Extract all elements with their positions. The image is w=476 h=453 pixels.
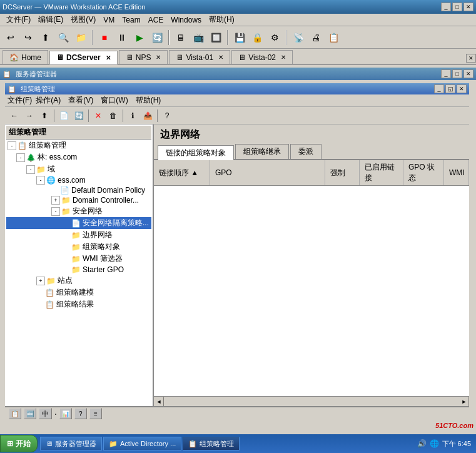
status-icon-3[interactable]: 📊 (59, 408, 72, 419)
status-lang[interactable]: 中 (39, 408, 52, 419)
tab-dcserver[interactable]: 🖥 DCServer ✕ (49, 51, 118, 64)
tray-volume-icon[interactable]: 🔊 (417, 439, 427, 449)
gpm-btn-prop[interactable]: ℹ (126, 109, 139, 123)
expand-5[interactable]: + (51, 196, 60, 205)
tree-item-gpobj[interactable]: 📁 组策略对象 (6, 241, 151, 253)
taskbar-server-manager[interactable]: 🖥 服务器管理器 (40, 437, 102, 450)
gpm-btn-show[interactable]: 📄 (57, 109, 71, 123)
status-icon-2[interactable]: 🔤 (24, 408, 36, 419)
expand-6[interactable]: - (51, 207, 60, 216)
gpm-btn-back[interactable]: ← (8, 109, 21, 123)
tree-item-safenet-policy[interactable]: 📄 安全网络隔离策略... (6, 217, 151, 229)
tray-network-icon[interactable]: 🌐 (430, 439, 440, 449)
menu-ace[interactable]: ACE (144, 15, 168, 25)
gpm-btn-forward[interactable]: → (23, 109, 36, 123)
tab-vista02[interactable]: 🖥 Vista-02 ✕ (231, 50, 293, 64)
tree-item-essom[interactable]: - 🌐 ess.com (6, 175, 151, 185)
toolbar-btn-9[interactable]: 💾 (231, 29, 248, 46)
status-icon-4[interactable]: ? (74, 408, 87, 419)
gpm-restore[interactable]: ◱ (445, 84, 455, 93)
tree-item-dc[interactable]: + 📁 Domain Controller... (6, 195, 151, 205)
server-manager-close[interactable]: ✕ (463, 69, 473, 78)
tree-item-border[interactable]: 📁 边界网络 (6, 229, 151, 241)
menu-team[interactable]: Team (118, 15, 144, 25)
toolbar-btn-13[interactable]: 🖨 (308, 29, 324, 46)
scroll-right-btn[interactable]: ► (459, 397, 469, 407)
gpm-btn-export[interactable]: 📤 (141, 109, 154, 123)
scrollbar-area[interactable]: ◄ ► (154, 396, 469, 406)
gpm-btn-refresh[interactable]: 🔄 (72, 109, 86, 123)
col-link-order[interactable]: 链接顺序 ▲ (154, 160, 210, 185)
tab-nps[interactable]: 🖥 NPS ✕ (119, 50, 168, 64)
tab-dcserver-close[interactable]: ✕ (106, 54, 111, 61)
gpm-btn-x[interactable]: ✕ (91, 109, 105, 123)
scroll-left-btn[interactable]: ◄ (154, 397, 164, 407)
toolbar-pause[interactable]: ⏸ (114, 29, 130, 46)
toolbar-btn-10[interactable]: 🔒 (249, 29, 265, 46)
tree-item-gpresult[interactable]: 📋 组策略结果 (6, 298, 151, 310)
tree-item-sites[interactable]: + 📁 站点 (6, 275, 151, 287)
tree-item-starter[interactable]: 📁 Starter GPO (6, 265, 151, 275)
col-gpo[interactable]: GPO (210, 160, 325, 185)
tab-vista01[interactable]: 🖥 Vista-01 ✕ (169, 50, 230, 64)
menu-help[interactable]: 帮助(H) (205, 14, 238, 26)
server-manager-maximize[interactable]: □ (452, 69, 462, 78)
menu-vm[interactable]: VM (99, 15, 118, 25)
expand-2[interactable]: - (26, 165, 35, 174)
gpm-menu-window[interactable]: 窗口(W) (97, 95, 131, 106)
toolbar-refresh[interactable]: 🔄 (149, 29, 165, 46)
taskbar-gpm[interactable]: 📋 组策略管理 (183, 437, 240, 450)
toolbar-play[interactable]: ▶ (131, 29, 148, 46)
gpm-close[interactable]: ✕ (457, 84, 467, 93)
tree-item-wmi[interactable]: 📁 WMI 筛选器 (6, 253, 151, 265)
menu-file[interactable]: 文件(F) (3, 14, 34, 26)
tab-home[interactable]: 🏠 Home (3, 50, 48, 64)
tree-item-gpmodel[interactable]: 📋 组策略建模 (6, 287, 151, 298)
toolbar-btn-14[interactable]: 📋 (325, 29, 342, 46)
toolbar-btn-2[interactable]: ↪ (20, 29, 36, 46)
tree-item-gpm[interactable]: - 📋 组策略管理 (6, 140, 151, 151)
toolbar-btn-3[interactable]: ⬆ (38, 29, 54, 46)
start-button[interactable]: ⊞ 开始 (0, 435, 38, 452)
server-manager-minimize[interactable]: _ (441, 69, 451, 78)
toolbar-btn-11[interactable]: ⚙ (266, 29, 283, 46)
col-enabled[interactable]: 已启用链接 (360, 160, 403, 185)
tab-nps-close[interactable]: ✕ (156, 54, 161, 61)
gpm-menu-file[interactable]: 文件(F) (8, 95, 32, 106)
tab-delegate[interactable]: 委派 (290, 144, 322, 159)
tab-linked-gpo[interactable]: 链接的组策略对象 (158, 145, 234, 160)
gpm-btn-delete[interactable]: 🗑 (106, 109, 120, 123)
close-button[interactable]: ✕ (463, 3, 473, 11)
menu-edit[interactable]: 编辑(E) (34, 14, 67, 26)
toolbar-btn-6[interactable]: 🖥 (173, 29, 189, 46)
gpm-btn-help[interactable]: ? (160, 109, 174, 123)
toolbar-btn-1[interactable]: ↩ (3, 29, 19, 46)
h-scrollbar-track[interactable] (164, 397, 459, 406)
tree-item-forest[interactable]: - 🌲 林: ess.com (6, 151, 151, 163)
col-gpo-status[interactable]: GPO 状态 (403, 160, 444, 185)
menu-windows[interactable]: Windows (167, 15, 205, 25)
tree-item-domains[interactable]: - 📁 域 (6, 163, 151, 175)
toolbar-stop[interactable]: ■ (96, 29, 113, 46)
expand-12[interactable]: + (36, 277, 45, 285)
gpm-menu-help[interactable]: 帮助(H) (132, 95, 165, 106)
minimize-button[interactable]: _ (441, 3, 451, 11)
tab-vista01-close[interactable]: ✕ (218, 54, 223, 61)
toolbar-btn-4[interactable]: 🔍 (55, 29, 71, 46)
tree-item-ddp[interactable]: 📄 Default Domain Policy (6, 185, 151, 195)
toolbar-btn-7[interactable]: 📺 (190, 29, 206, 46)
expand-1[interactable]: - (16, 153, 25, 162)
maximize-button[interactable]: □ (452, 3, 462, 11)
tree-item-safenet[interactable]: - 📁 安全网络 (6, 205, 151, 217)
tab-vista02-close[interactable]: ✕ (281, 54, 286, 61)
toolbar-btn-8[interactable]: 🔲 (208, 29, 224, 46)
toolbar-btn-12[interactable]: 📡 (290, 29, 306, 46)
tab-gpo-inherit[interactable]: 组策略继承 (235, 144, 289, 159)
status-icon-1[interactable]: 📋 (9, 408, 21, 419)
gpm-minimize[interactable]: _ (434, 84, 444, 93)
status-icon-5[interactable]: ≡ (89, 408, 102, 419)
expand-0[interactable]: - (8, 141, 16, 150)
expand-3[interactable]: - (36, 176, 45, 185)
col-enforce[interactable]: 强制 (325, 160, 360, 185)
gpm-menu-action[interactable]: 操作(A) (32, 95, 64, 106)
